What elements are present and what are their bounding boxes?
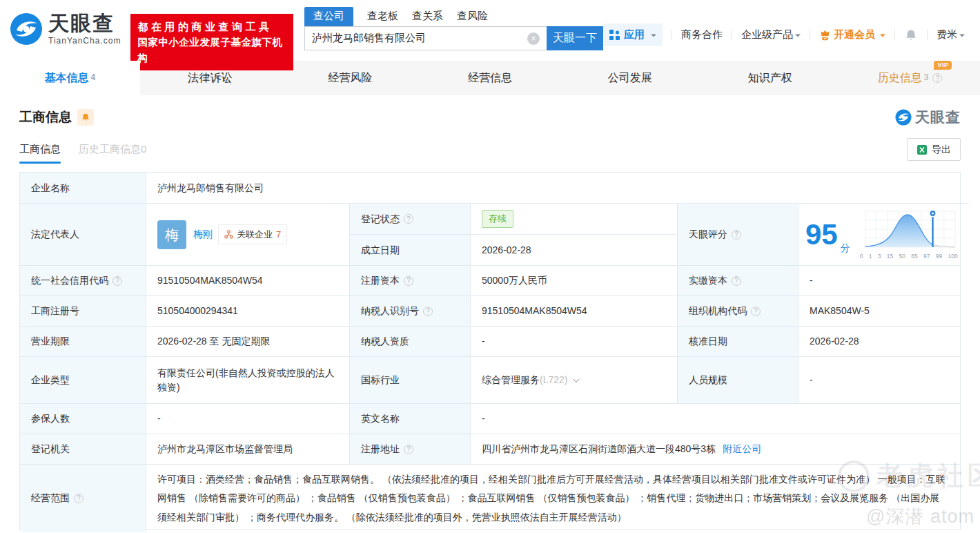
business-scope-value: 许可项目：酒类经营；食品销售；食品互联网销售。 （依法须经批准的项目，经相关部门…	[146, 464, 960, 532]
business-info-table: 企业名称 泸州龙马郎销售有限公司 法定代表人 梅 梅刚 关联企业 7	[19, 172, 961, 530]
tab-operating-info[interactable]: 经营信息	[420, 61, 560, 95]
avatar[interactable]: 梅	[157, 220, 186, 249]
subscribe-bell-icon[interactable]	[77, 109, 94, 126]
paid-capital-label: 实缴资本	[677, 265, 798, 295]
address-label: 注册地址	[349, 434, 470, 464]
excel-icon	[917, 144, 928, 155]
clear-icon[interactable]	[527, 32, 540, 45]
search-input-value: 泸州龙马郎销售有限公司	[312, 32, 426, 45]
score-number: 95	[805, 220, 838, 249]
nav-enterprise[interactable]: 企业级产品	[741, 28, 801, 41]
tab-basic-label: 基本信息	[45, 71, 89, 86]
industry-code: (L722)	[540, 373, 567, 387]
search-row: 泸州龙马郎销售有限公司 天眼一下	[304, 26, 603, 50]
nav-divider	[927, 30, 928, 40]
reg-number-value: 510504000294341	[146, 295, 349, 326]
help-icon[interactable]	[404, 445, 413, 454]
table-row-legal-rep: 法定代表人 梅 梅刚 关联企业 7 登记状态 存续 成	[20, 203, 960, 265]
export-label: 导出	[932, 144, 951, 156]
help-icon[interactable]	[423, 307, 433, 316]
help-icon[interactable]	[404, 214, 413, 224]
nav-apps-button[interactable]: 应用	[603, 23, 663, 46]
subtab-history-business-info[interactable]: 历史工商信息0	[79, 143, 146, 164]
nav-vip-button[interactable]: 开通会员	[819, 28, 885, 41]
logo-text: 天眼查 TianYanCha.com	[48, 13, 121, 46]
company-type-value: 有限责任公司(非自然人投资或控股的法人独资)	[146, 356, 349, 403]
nearby-companies-link[interactable]: 附近公司	[723, 442, 761, 456]
legal-rep-label: 法定代表人	[20, 203, 146, 265]
corner-brand-text: 天眼查	[915, 108, 961, 127]
legal-rep-name-link[interactable]: 梅刚	[193, 227, 213, 242]
insured-value: -	[146, 403, 349, 434]
help-icon[interactable]	[74, 494, 84, 503]
tab-legal-proceedings[interactable]: 法律诉讼	[140, 61, 280, 95]
tab-company-development[interactable]: 公司发展	[560, 61, 700, 95]
search-tab-boss[interactable]: 查老板	[367, 7, 398, 26]
nav-vip-label: 开通会员	[834, 28, 875, 41]
table-row-company-type: 企业类型 有限责任公司(非自然人投资或控股的法人独资) 国标行业 综合管理服务 …	[20, 356, 960, 403]
search-tab-relation[interactable]: 查关系	[412, 7, 443, 26]
nav-enterprise-label: 企业级产品	[741, 28, 793, 41]
vip-badge: VIP	[934, 61, 952, 70]
tab-basic-info[interactable]: 基本信息4	[0, 61, 140, 95]
table-row-business-scope: 经营范围 许可项目：酒类经营；食品销售；食品互联网销售。 （依法须经批准的项目，…	[20, 464, 960, 529]
staff-size-value: -	[798, 356, 960, 403]
staff-size-label: 人员规模	[677, 356, 798, 403]
nav-user-menu[interactable]: 费米	[937, 28, 965, 41]
reg-number-label: 工商注册号	[20, 295, 146, 326]
industry-value: 综合管理服务 (L722)	[470, 356, 677, 403]
score-distribution-chart[interactable]: 01 315 5085 9799 100	[859, 209, 962, 261]
business-term-label: 营业期限	[20, 326, 146, 356]
search-tab-company[interactable]: 查公司	[304, 7, 353, 26]
tab-history-label: 历史信息	[878, 71, 922, 86]
english-name-value: -	[470, 403, 960, 434]
company-type-label: 企业类型	[20, 356, 146, 403]
chevron-down-icon	[959, 34, 965, 39]
table-row-business-term: 营业期限 2026-02-28 至 无固定期限 纳税人资质 - 核准日期 202…	[20, 326, 960, 356]
nav-cooperation[interactable]: 商务合作	[681, 28, 723, 41]
tianyancha-logo[interactable]: 天眼查 TianYanCha.com	[10, 12, 121, 46]
taxpayer-quality-value: -	[470, 326, 677, 356]
tab-operating-risk[interactable]: 经营风险	[280, 61, 420, 95]
address-value: 四川省泸州市龙马潭区石洞街道郎酒大道一段480号3栋 附近公司	[470, 434, 960, 464]
tab-history-info[interactable]: VIP 历史信息 3	[840, 61, 980, 95]
tab-intellectual-property[interactable]: 知识产权	[700, 61, 840, 95]
score-value: 95 分	[798, 203, 969, 265]
search-tab-risk[interactable]: 查风险	[457, 7, 488, 26]
industry-label: 国标行业	[349, 356, 470, 403]
registry-label: 登记机关	[20, 434, 146, 464]
top-header: 天眼查 TianYanCha.com 都在用的商业查询工具 国家中小企业发展子基…	[0, 0, 980, 61]
export-button[interactable]: 导出	[907, 138, 961, 161]
promo-line1: 都在用的商业查询工具	[137, 19, 286, 35]
nav-apps-label: 应用	[624, 28, 645, 41]
apps-grid-icon	[609, 30, 620, 40]
help-icon[interactable]	[932, 73, 942, 83]
search-block: 查公司 查老板 查关系 查风险 泸州龙马郎销售有限公司 天眼一下	[304, 7, 603, 50]
subtab-business-info[interactable]: 工商信息	[19, 143, 61, 164]
registry-value: 泸州市龙马潭区市场监督管理局	[146, 434, 349, 464]
status-badge: 存续	[482, 210, 513, 228]
taxpayer-id-value: 91510504MAK8504W54	[470, 295, 677, 326]
approval-date-label: 核准日期	[677, 326, 798, 356]
reg-status-value: 存续	[470, 203, 677, 234]
table-row-insured: 参保人数 - 英文名称 -	[20, 403, 960, 434]
org-code-label: 组织机构代码	[677, 295, 798, 326]
credit-code-value: 91510504MAK8504W54	[146, 265, 349, 295]
top-nav: 应用 商务合作 企业级产品 开通会员	[603, 23, 965, 46]
search-input[interactable]: 泸州龙马郎销售有限公司	[304, 26, 547, 50]
corner-watermark-logo: 天眼查	[895, 108, 961, 127]
section-title: 工商信息	[19, 108, 72, 126]
help-icon[interactable]	[732, 230, 741, 240]
notification-bell-icon[interactable]	[904, 28, 918, 42]
help-icon[interactable]	[112, 276, 122, 286]
tab-legal-label: 法律诉讼	[188, 71, 232, 86]
industry-dropdown[interactable]: 综合管理服务 (L722)	[482, 373, 578, 387]
company-name-value: 泸州龙马郎销售有限公司	[146, 173, 960, 203]
help-icon[interactable]	[732, 276, 741, 286]
related-companies-badge[interactable]: 关联企业 7	[218, 224, 287, 245]
search-button[interactable]: 天眼一下	[547, 26, 603, 50]
main-content: 工商信息 天眼查 工商信息 历史工商信息0 导出	[0, 108, 980, 530]
paid-capital-value: -	[798, 265, 960, 295]
help-icon[interactable]	[404, 276, 413, 286]
help-icon[interactable]	[751, 307, 761, 316]
